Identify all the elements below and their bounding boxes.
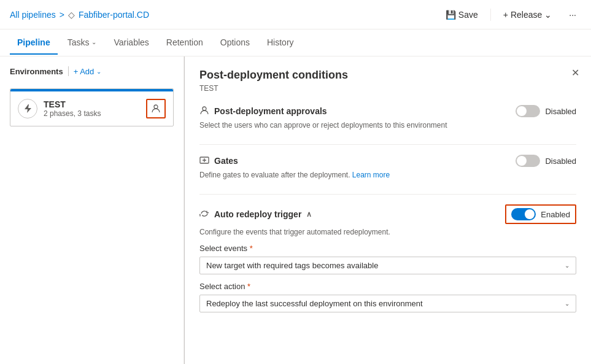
auto-redeploy-toggle-label: Enabled [541, 210, 570, 219]
gates-header: Gates Disabled [199, 155, 576, 167]
action-dropdown[interactable]: Redeploy the last successful deployment … [199, 295, 576, 312]
main-layout: Environments + Add ⌄ TEST 2 phases, 3 ta… [0, 56, 591, 364]
gates-icon [199, 155, 209, 167]
action-label: Select action * [199, 282, 576, 291]
pipeline-name: Fabfiber-portal.CD [79, 10, 149, 20]
tab-retention[interactable]: Retention [159, 31, 211, 55]
gates-title: Gates [199, 155, 238, 167]
breadcrumb-link[interactable]: All pipelines [10, 10, 56, 20]
approvals-section: Post-deployment approvals Disabled Selec… [199, 105, 576, 130]
approvals-title: Post-deployment approvals [199, 106, 327, 117]
auto-redeploy-toggle-container: Enabled [505, 204, 576, 224]
section-separator-2 [199, 194, 576, 195]
header-divider [68, 66, 69, 76]
tab-pipeline[interactable]: Pipeline [10, 31, 58, 55]
svg-point-1 [203, 107, 206, 110]
right-panel: ✕ Post-deployment conditions TEST Post-d… [184, 56, 591, 364]
toolbar-divider [490, 9, 491, 21]
add-environment-button[interactable]: + Add ⌄ [74, 67, 102, 76]
auto-redeploy-section: Auto redeploy trigger ∧ Enabled Configur… [199, 204, 576, 312]
events-required: * [250, 244, 253, 253]
env-subtitle: 2 phases, 3 tasks [44, 109, 140, 118]
approvals-icon [199, 106, 209, 117]
auto-redeploy-desc: Configure the events that trigger automa… [199, 228, 576, 236]
chevron-down-icon: ⌄ [544, 10, 552, 20]
auto-redeploy-collapse-icon[interactable]: ∧ [306, 210, 312, 219]
gates-toggle-label: Disabled [545, 157, 576, 166]
top-bar: All pipelines > ◇ Fabfiber-portal.CD 💾 S… [0, 0, 591, 29]
left-panel: Environments + Add ⌄ TEST 2 phases, 3 ta… [0, 56, 184, 364]
pipeline-icon: ◇ [68, 10, 75, 20]
section-separator-1 [199, 144, 576, 145]
add-chevron-icon: ⌄ [96, 68, 101, 75]
approvals-toggle-label: Disabled [545, 107, 576, 116]
auto-redeploy-toggle[interactable] [511, 208, 536, 220]
auto-redeploy-icon [199, 209, 209, 220]
close-button[interactable]: ✕ [566, 64, 584, 81]
panel-title: Post-deployment conditions [199, 69, 576, 82]
environments-header: Environments + Add ⌄ [10, 66, 174, 76]
toolbar: 💾 Save + Release ⌄ ··· [441, 7, 581, 22]
breadcrumb: All pipelines > ◇ Fabfiber-portal.CD [10, 10, 149, 20]
environment-card: TEST 2 phases, 3 tasks [10, 88, 174, 126]
more-icon: ··· [569, 10, 576, 20]
approvals-desc: Select the users who can approve or reje… [199, 121, 576, 130]
svg-point-0 [154, 105, 158, 109]
tab-tasks[interactable]: Tasks ⌄ [60, 31, 104, 55]
events-label: Select events * [199, 244, 576, 253]
gates-section: Gates Disabled Define gates to evaluate … [199, 155, 576, 179]
tasks-arrow-icon: ⌄ [91, 39, 96, 45]
gates-toggle[interactable] [516, 155, 540, 167]
env-person-button[interactable] [146, 99, 166, 118]
nav-tabs: Pipeline Tasks ⌄ Variables Retention Opt… [0, 29, 591, 56]
gates-desc: Define gates to evaluate after the deplo… [199, 171, 576, 179]
action-dropdown-value: Redeploy the last successful deployment … [206, 299, 423, 308]
environments-label: Environments [10, 67, 63, 76]
auto-redeploy-title: Auto redeploy trigger ∧ [199, 209, 312, 220]
save-button[interactable]: 💾 Save [441, 7, 483, 22]
breadcrumb-separator: > [60, 10, 64, 20]
gates-learn-more-link[interactable]: Learn more [352, 171, 390, 179]
approvals-header: Post-deployment approvals Disabled [199, 105, 576, 117]
events-dropdown[interactable]: New target with required tags becomes av… [199, 257, 576, 274]
save-icon: 💾 [446, 10, 456, 20]
approvals-toggle[interactable] [516, 105, 540, 117]
env-lightning-icon [18, 99, 37, 118]
action-chevron-icon: ⌄ [565, 300, 570, 307]
more-button[interactable]: ··· [564, 7, 581, 22]
action-required: * [247, 282, 250, 291]
env-name: TEST [44, 99, 140, 109]
plus-icon: + [503, 10, 508, 20]
release-button[interactable]: + Release ⌄ [498, 7, 557, 22]
approvals-toggle-container: Disabled [516, 105, 576, 117]
panel-subtitle: TEST [199, 84, 576, 93]
auto-redeploy-header: Auto redeploy trigger ∧ Enabled [199, 204, 576, 224]
env-info: TEST 2 phases, 3 tasks [44, 99, 140, 118]
tab-history[interactable]: History [260, 31, 301, 55]
gates-toggle-container: Disabled [516, 155, 576, 167]
events-chevron-icon: ⌄ [565, 262, 570, 269]
events-dropdown-value: New target with required tags becomes av… [206, 261, 378, 270]
tab-variables[interactable]: Variables [106, 31, 156, 55]
tab-options[interactable]: Options [213, 31, 257, 55]
